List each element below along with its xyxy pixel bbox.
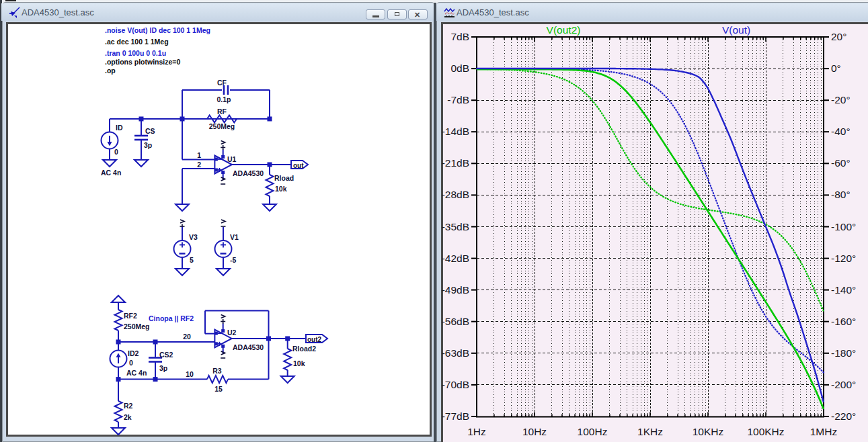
svg-text:-49dB: -49dB <box>442 284 469 296</box>
svg-text:100Hz: 100Hz <box>578 426 608 437</box>
svg-text:7dB: 7dB <box>450 31 469 42</box>
svg-text:0dB: 0dB <box>450 62 469 74</box>
svg-text:-160°: -160° <box>831 316 856 327</box>
svg-text:-120°: -120° <box>831 253 856 264</box>
svg-text:10KHz: 10KHz <box>693 426 724 437</box>
svg-text:0°: 0° <box>831 62 841 74</box>
svg-text:10Hz: 10Hz <box>522 426 547 437</box>
svg-text:-63dB: -63dB <box>442 347 469 359</box>
svg-text:-60°: -60° <box>831 157 851 169</box>
svg-text:-100°: -100° <box>831 221 856 232</box>
svg-text:-70dB: -70dB <box>442 379 469 390</box>
svg-text:-40°: -40° <box>831 126 851 137</box>
svg-text:-42dB: -42dB <box>442 253 469 264</box>
svg-text:-56dB: -56dB <box>442 316 469 327</box>
svg-text:V(out): V(out) <box>722 24 750 36</box>
svg-text:-20°: -20° <box>831 94 851 105</box>
svg-text:V(out2): V(out2) <box>547 24 581 36</box>
svg-text:-77dB: -77dB <box>442 410 469 422</box>
svg-text:-220°: -220° <box>831 410 856 422</box>
svg-text:1MHz: 1MHz <box>810 426 837 437</box>
svg-text:-35dB: -35dB <box>442 221 469 232</box>
svg-text:-140°: -140° <box>831 284 856 296</box>
svg-text:1Hz: 1Hz <box>467 426 486 437</box>
svg-text:-200°: -200° <box>831 379 856 390</box>
svg-text:1KHz: 1KHz <box>637 426 663 437</box>
svg-text:-180°: -180° <box>831 347 856 359</box>
svg-text:-21dB: -21dB <box>442 157 469 169</box>
svg-text:100KHz: 100KHz <box>747 426 784 437</box>
svg-text:-7dB: -7dB <box>447 94 469 105</box>
svg-text:-80°: -80° <box>831 189 851 200</box>
svg-text:-14dB: -14dB <box>442 126 469 137</box>
svg-text:20°: 20° <box>831 31 846 42</box>
svg-text:-28dB: -28dB <box>442 189 469 200</box>
